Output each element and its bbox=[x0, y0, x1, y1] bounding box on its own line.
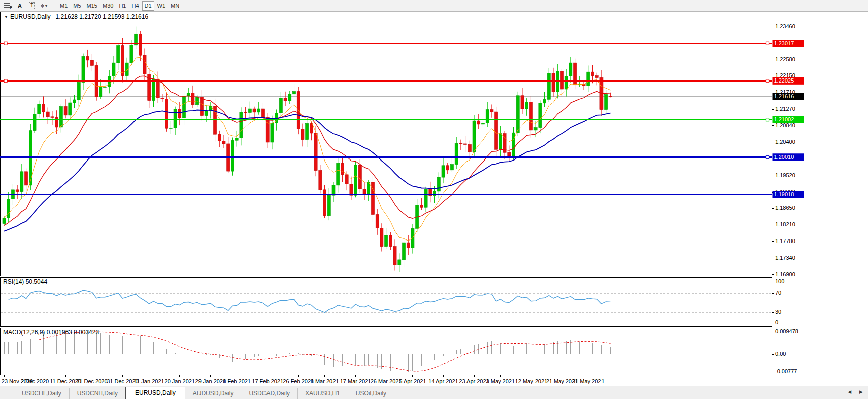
tab-xauusd-h1[interactable]: XAUUSD,H1 bbox=[297, 388, 348, 399]
timeframe-button-H1[interactable]: H1 bbox=[116, 1, 128, 11]
tab-usdcnh-daily[interactable]: USDCNH,Daily bbox=[69, 388, 125, 399]
text-tool-button[interactable]: A bbox=[14, 1, 25, 11]
candle-body bbox=[261, 109, 264, 117]
price-label-text: 1.20010 bbox=[774, 154, 794, 160]
timeframe-button-W1[interactable]: W1 bbox=[155, 1, 168, 11]
candle-body bbox=[121, 46, 124, 76]
tab-audusd-daily[interactable]: AUDUSD,Daily bbox=[185, 388, 241, 399]
arrows-tool-button[interactable]: ❖ ▾ bbox=[38, 1, 49, 11]
candle-body bbox=[508, 152, 511, 156]
candle-body bbox=[446, 166, 449, 170]
candle-body bbox=[99, 87, 102, 97]
timeframe-button-H4[interactable]: H4 bbox=[129, 1, 141, 11]
macd-indicator-label: MACD(12,26,9) 0.001963 0.003423 bbox=[3, 329, 99, 336]
candle-body bbox=[459, 143, 462, 144]
candle-body bbox=[165, 99, 168, 129]
fibonacci-tool-button[interactable]: F bbox=[2, 1, 13, 11]
chart-window: 1.234601.225801.221501.217101.212701.208… bbox=[0, 12, 868, 386]
candle-body bbox=[183, 96, 186, 118]
price-axis-label: 1.21270 bbox=[775, 106, 795, 112]
tab-scroll-controls: ◀ ▶ bbox=[848, 389, 863, 394]
candle-body bbox=[341, 163, 344, 175]
chart-canvas[interactable]: 1.234601.225801.221501.217101.212701.208… bbox=[0, 12, 868, 386]
candle-body bbox=[69, 103, 72, 115]
candle-body bbox=[82, 56, 85, 82]
candle-body bbox=[358, 165, 361, 189]
timeframe-button-M5[interactable]: M5 bbox=[71, 1, 83, 11]
price-label-text: 1.19018 bbox=[774, 191, 794, 197]
date-axis-label: 8 Mar 2021 bbox=[311, 378, 339, 384]
timeframe-button-M30[interactable]: M30 bbox=[100, 1, 116, 11]
candle-body bbox=[218, 134, 221, 141]
candle-body bbox=[407, 243, 410, 248]
macd-axis-label: -0.00777 bbox=[775, 368, 797, 374]
candle-body bbox=[104, 87, 107, 87]
candle-body bbox=[323, 190, 326, 216]
date-axis-label: 3 May 2021 bbox=[486, 378, 515, 384]
price-label-text: 1.21002 bbox=[774, 116, 794, 122]
timeframe-button-D1[interactable]: D1 bbox=[142, 1, 154, 11]
candle-body bbox=[516, 96, 519, 133]
candle-body bbox=[191, 93, 194, 105]
top-toolbar: F A T ❖ ▾ M1M5M15M30H1H4D1W1MN bbox=[0, 0, 868, 12]
date-axis-label: 12 May 2021 bbox=[515, 378, 548, 384]
text-label-tool-button[interactable]: T bbox=[26, 1, 37, 11]
candle-body bbox=[543, 99, 546, 103]
candle-body bbox=[403, 243, 406, 260]
candle-body bbox=[240, 112, 243, 138]
rsi-axis-label: 70 bbox=[775, 290, 781, 296]
candle-body bbox=[156, 79, 159, 98]
macd-axis-label: 0.009478 bbox=[775, 328, 798, 334]
date-axis-label: 29 Jan 2021 bbox=[195, 378, 226, 384]
timeframe-button-MN[interactable]: MN bbox=[168, 1, 182, 11]
line-handle[interactable] bbox=[4, 79, 7, 83]
price-axis-label: 1.17780 bbox=[775, 238, 795, 244]
candle-body bbox=[152, 79, 155, 100]
line-handle[interactable] bbox=[766, 118, 769, 121]
candle-body bbox=[310, 123, 313, 133]
candle-body bbox=[345, 175, 348, 184]
candle-body bbox=[450, 165, 453, 170]
candle-body bbox=[73, 100, 76, 103]
candle-body bbox=[231, 140, 234, 171]
candle-body bbox=[293, 92, 296, 94]
candle-body bbox=[420, 205, 423, 208]
date-axis-label: 11 Jan 2021 bbox=[134, 378, 164, 384]
scroll-right-icon[interactable]: ▶ bbox=[859, 389, 863, 394]
tab-usdcad-daily[interactable]: USDCAD,Daily bbox=[241, 388, 297, 399]
candle-body bbox=[169, 128, 172, 128]
candle-body bbox=[42, 104, 45, 112]
candle-body bbox=[178, 109, 181, 118]
candle-body bbox=[77, 82, 80, 100]
price-label-text: 1.22025 bbox=[774, 77, 794, 84]
date-axis-label: 5 Apr 2021 bbox=[399, 378, 426, 384]
candle-body bbox=[314, 133, 317, 171]
timeframe-button-group: M1M5M15M30H1H4D1W1MN bbox=[57, 1, 182, 11]
chart-title-ohlc: 1.21628 1.21720 1.21593 1.21616 bbox=[56, 13, 149, 20]
candle-body bbox=[380, 228, 383, 247]
date-axis-label: 31 May 2021 bbox=[572, 378, 605, 384]
candle-body bbox=[200, 97, 203, 116]
date-axis-label: 26 Mar 2021 bbox=[371, 378, 402, 384]
line-handle[interactable] bbox=[766, 155, 769, 158]
timeframe-button-M1[interactable]: M1 bbox=[57, 1, 70, 11]
line-handle[interactable] bbox=[4, 42, 7, 45]
line-handle[interactable] bbox=[766, 79, 769, 83]
arrows-icon: ❖ bbox=[40, 3, 45, 9]
candle-body bbox=[350, 184, 353, 196]
tab-eurusd-daily[interactable]: EURUSD,Daily bbox=[125, 387, 185, 399]
candle-body bbox=[363, 189, 366, 194]
candle-body bbox=[525, 102, 528, 109]
candle-body bbox=[205, 111, 208, 116]
line-handle[interactable] bbox=[766, 42, 769, 45]
candle-body bbox=[161, 98, 164, 99]
tab-usdchf-daily[interactable]: USDCHF,Daily bbox=[14, 388, 69, 399]
candle-body bbox=[473, 121, 476, 152]
candle-body bbox=[481, 123, 484, 124]
tab-usoil-daily[interactable]: USOil,Daily bbox=[348, 388, 394, 399]
candle-body bbox=[424, 189, 427, 207]
date-axis-label: 21 Dec 2020 bbox=[76, 378, 107, 384]
candle-body bbox=[25, 172, 28, 185]
scroll-left-icon[interactable]: ◀ bbox=[848, 389, 851, 394]
timeframe-button-M15[interactable]: M15 bbox=[84, 1, 100, 11]
